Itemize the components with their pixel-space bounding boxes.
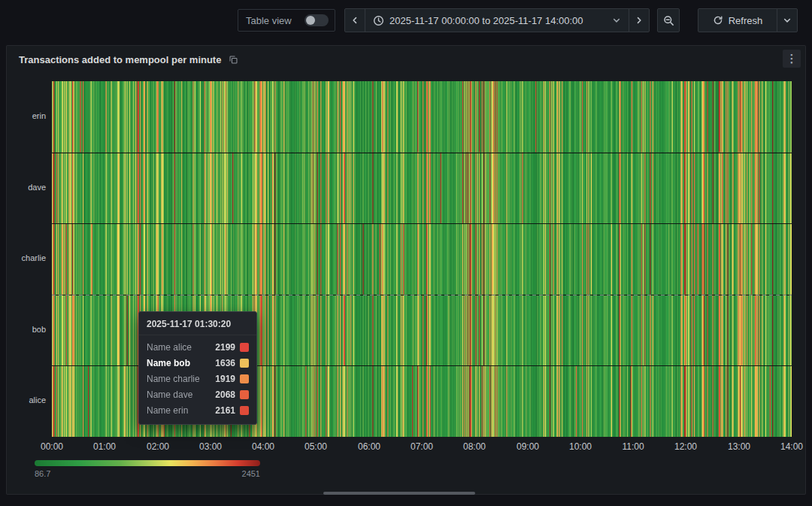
top-toolbar: Table view 2025-11-17 00:00:00 to 2025-1… <box>0 0 812 41</box>
refresh-group: Refresh <box>698 8 798 32</box>
tooltip-row-charlie: Name charlie 1919 <box>139 371 256 386</box>
panel-header: Transactions added to mempool per minute <box>7 46 805 73</box>
chevron-left-icon <box>350 16 359 25</box>
x-tick: 00:00 <box>37 441 67 452</box>
x-tick: 14:00 <box>777 441 807 452</box>
zoom-out-button[interactable] <box>657 8 680 32</box>
x-tick: 12:00 <box>671 441 701 452</box>
x-tick: 03:00 <box>195 441 226 452</box>
time-shift-back-button[interactable] <box>344 8 365 32</box>
chart-tooltip: 2025-11-17 01:30:20 Name alice 2199 Name… <box>138 311 257 425</box>
time-shift-forward-button[interactable] <box>629 8 650 32</box>
table-view-control[interactable]: Table view <box>238 9 335 32</box>
color-scale-min: 86.7 <box>35 469 50 478</box>
tooltip-timestamp: 2025-11-17 01:30:20 <box>139 312 256 335</box>
series-color-swatch <box>240 343 249 352</box>
clock-icon <box>373 15 384 26</box>
refresh-label: Refresh <box>729 15 763 26</box>
x-tick: 01:00 <box>89 441 120 452</box>
horizontal-scrollbar-thumb[interactable] <box>323 492 475 495</box>
series-color-swatch <box>240 390 249 399</box>
x-tick: 10:00 <box>565 441 595 452</box>
x-tick: 07:00 <box>407 441 437 452</box>
y-axis-label-erin: erin <box>7 111 46 120</box>
x-tick: 09:00 <box>513 441 543 452</box>
color-scale-labels: 86.7 2451 <box>35 469 260 478</box>
refresh-interval-dropdown-button[interactable] <box>777 8 798 32</box>
series-color-swatch <box>240 406 249 415</box>
color-scale-max: 2451 <box>242 469 260 478</box>
chevron-right-icon <box>635 16 644 25</box>
x-tick: 06:00 <box>354 441 384 452</box>
time-nav-group: 2025-11-17 00:00:00 to 2025-11-17 14:00:… <box>344 8 650 32</box>
panel-links-icon[interactable] <box>229 55 238 65</box>
color-scale-gradient <box>35 460 260 466</box>
chevron-down-icon <box>783 16 792 25</box>
tooltip-row-alice: Name alice 2199 <box>139 339 256 355</box>
time-range-picker-button[interactable]: 2025-11-17 00:00:00 to 2025-11-17 14:00:… <box>365 8 629 32</box>
y-axis-label-dave: dave <box>7 183 46 192</box>
tooltip-row-erin: Name erin 2161 <box>139 402 256 418</box>
tooltip-body: Name alice 2199 Name bob 1636 Name charl… <box>139 335 256 424</box>
x-tick: 05:00 <box>301 441 331 452</box>
y-axis-label-bob: bob <box>7 325 46 334</box>
tooltip-row-dave: Name dave 2068 <box>139 386 256 402</box>
time-range-label: 2025-11-17 00:00:00 to 2025-11-17 14:00:… <box>389 15 583 26</box>
x-tick: 02:00 <box>143 441 173 452</box>
refresh-button[interactable]: Refresh <box>698 8 777 32</box>
y-axis-label-charlie: charlie <box>7 253 46 262</box>
refresh-icon <box>713 15 723 26</box>
panel-menu-button[interactable]: ⋮ <box>783 50 801 68</box>
toggle-knob <box>306 16 315 25</box>
chevron-down-icon <box>612 16 621 25</box>
x-tick: 13:00 <box>724 441 754 452</box>
tooltip-row-bob: Name bob 1636 <box>139 355 256 371</box>
x-tick: 04:00 <box>248 441 278 452</box>
y-axis-label-alice: alice <box>7 395 46 404</box>
series-color-swatch <box>240 359 249 368</box>
mempool-panel: Transactions added to mempool per minute… <box>6 45 806 495</box>
zoom-group <box>657 8 680 32</box>
series-color-swatch <box>240 374 249 383</box>
zoom-out-icon <box>663 15 674 26</box>
x-tick: 08:00 <box>459 441 489 452</box>
panel-title[interactable]: Transactions added to mempool per minute <box>19 54 221 65</box>
table-view-toggle[interactable] <box>304 14 329 26</box>
x-tick: 11:00 <box>618 441 648 452</box>
table-view-label: Table view <box>246 15 292 26</box>
